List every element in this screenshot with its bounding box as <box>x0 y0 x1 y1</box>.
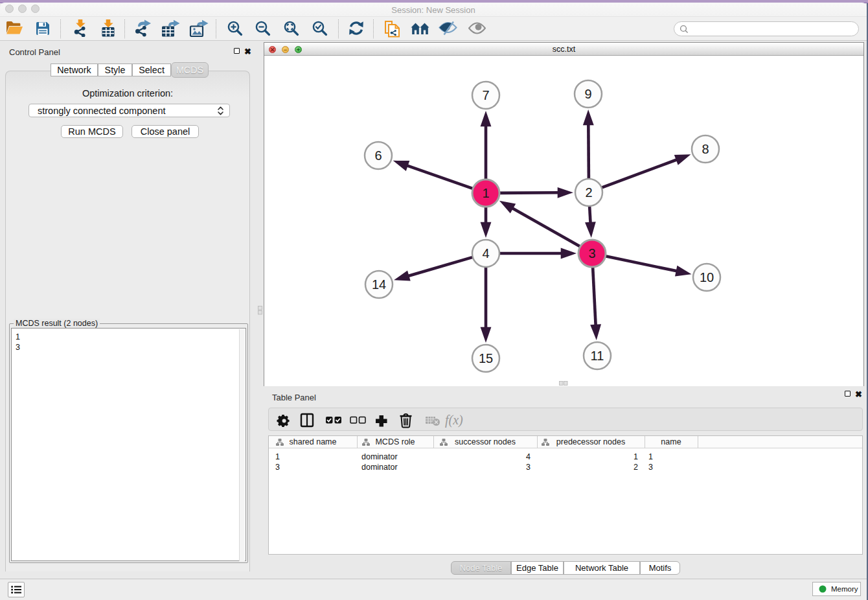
svg-text:2: 2 <box>585 185 592 200</box>
svg-text:9: 9 <box>584 87 591 101</box>
svg-text:10: 10 <box>700 270 714 284</box>
svg-text:f(x): f(x) <box>445 413 463 428</box>
svg-text:3: 3 <box>588 246 595 260</box>
svg-text:15: 15 <box>479 351 493 365</box>
svg-text:8: 8 <box>702 142 709 156</box>
svg-text:7: 7 <box>482 88 489 102</box>
svg-text:4: 4 <box>482 246 489 260</box>
svg-text:6: 6 <box>374 148 382 163</box>
svg-text:11: 11 <box>591 349 604 363</box>
svg-text:1: 1 <box>482 186 489 200</box>
svg-text:14: 14 <box>372 277 386 292</box>
